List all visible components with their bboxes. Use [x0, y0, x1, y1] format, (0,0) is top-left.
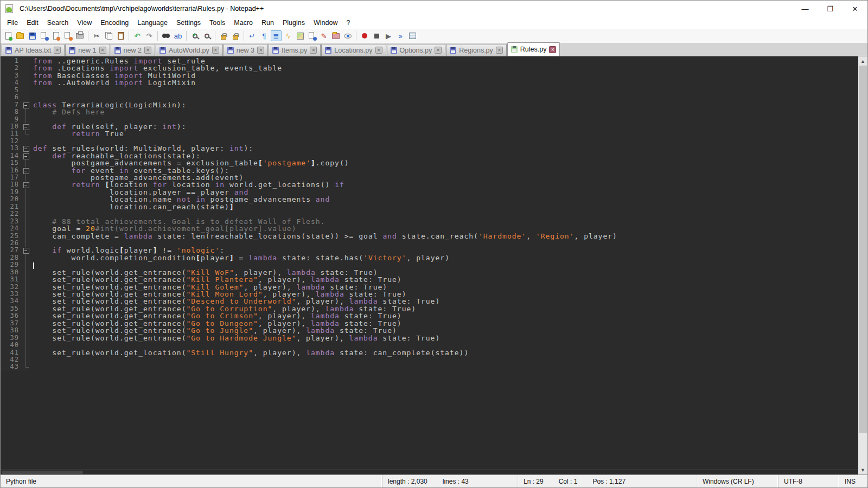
tab-autoworld-py[interactable]: AutoWorld.py×	[156, 44, 223, 56]
fold-toggle-icon[interactable]	[22, 167, 30, 174]
tab-close-icon[interactable]: ×	[435, 47, 442, 54]
menu-encoding[interactable]: Encoding	[96, 18, 133, 28]
print-icon[interactable]	[74, 30, 85, 41]
tab-options-py[interactable]: Options.py×	[387, 44, 446, 56]
minimize-button[interactable]: —	[793, 1, 818, 17]
menu-language[interactable]: Language	[133, 18, 172, 28]
fold-margin	[22, 79, 30, 86]
tab-ap-ideas-txt[interactable]: AP Ideas.txt×	[2, 44, 65, 56]
menu-run[interactable]: Run	[257, 18, 278, 28]
sync-horizontal-icon[interactable]	[230, 30, 241, 41]
macro-record-icon[interactable]	[359, 30, 370, 41]
tab-close-icon[interactable]: ×	[144, 47, 151, 54]
line-number: 33	[1, 291, 22, 298]
copy-icon[interactable]	[103, 30, 114, 41]
fold-margin	[22, 65, 30, 72]
open-file-icon[interactable]	[15, 30, 25, 41]
tab-new-2[interactable]: new 2×	[111, 44, 155, 56]
fold-toggle-icon[interactable]	[22, 181, 30, 188]
show-all-characters-icon[interactable]: ¶	[259, 30, 270, 41]
fold-toggle-icon[interactable]	[22, 152, 30, 159]
scroll-down-arrow-icon[interactable]: ▼	[858, 465, 867, 474]
tab-close-icon[interactable]: ×	[310, 47, 317, 54]
fold-toggle-icon[interactable]	[22, 247, 30, 254]
find-icon[interactable]	[161, 30, 171, 41]
edit-macro-icon[interactable]: ✎	[318, 30, 329, 41]
menu-macro[interactable]: Macro	[229, 18, 257, 28]
sync-vertical-icon[interactable]	[218, 30, 229, 41]
menu-view[interactable]: View	[73, 18, 96, 28]
tab-locations-py[interactable]: Locations.py×	[321, 44, 386, 56]
redo-icon[interactable]: ↷	[144, 30, 155, 41]
close-all-icon[interactable]	[62, 30, 73, 41]
status-eol-format[interactable]: Windows (CR LF)	[697, 475, 778, 487]
replace-icon[interactable]: ab	[173, 30, 183, 41]
file-monitoring-icon[interactable]	[342, 30, 353, 41]
new-file-icon[interactable]	[3, 30, 14, 41]
tab-new-1[interactable]: new 1×	[65, 44, 110, 56]
document-map-icon[interactable]	[295, 30, 305, 41]
macro-save-icon[interactable]	[407, 30, 418, 41]
cut-icon[interactable]: ✂	[91, 30, 102, 41]
menu-edit[interactable]: Edit	[22, 18, 43, 28]
tab-new-3[interactable]: new 3×	[224, 44, 268, 56]
tab-close-icon[interactable]: ×	[99, 47, 106, 54]
save-all-icon[interactable]	[39, 30, 49, 41]
menu-help[interactable]: ?	[342, 18, 354, 28]
fold-toggle-icon[interactable]	[22, 123, 30, 130]
undo-icon[interactable]: ↶	[132, 30, 143, 41]
tab-label: new 2	[124, 47, 142, 54]
document-list-icon[interactable]	[307, 30, 317, 41]
line-number: 16	[1, 167, 22, 174]
status-insert-mode[interactable]: INS	[839, 475, 867, 487]
tab-items-py[interactable]: Items.py×	[269, 44, 321, 56]
menu-tools[interactable]: Tools	[205, 18, 229, 28]
code-text: set_rule(world.get_entrance("Go to Corru…	[30, 305, 416, 312]
restore-button[interactable]: ❐	[818, 1, 843, 17]
status-caret-section: Ln : 29 Col : 1 Pos : 1,127	[518, 475, 697, 487]
save-icon[interactable]	[27, 30, 37, 41]
tab-close-icon[interactable]: ×	[257, 47, 264, 54]
zoom-out-icon[interactable]: −	[201, 30, 212, 41]
show-indent-guide-icon[interactable]: ≣	[271, 30, 282, 41]
menu-search[interactable]: Search	[43, 18, 73, 28]
macro-run-multiple-icon[interactable]: »	[395, 30, 406, 41]
word-wrap-icon[interactable]: ↵	[247, 30, 258, 41]
macro-play-icon[interactable]: ▶	[383, 30, 394, 41]
vertical-scrollbar[interactable]: ▲ ▼	[858, 56, 867, 474]
menu-window[interactable]: Window	[309, 18, 342, 28]
fold-toggle-icon[interactable]	[22, 101, 30, 108]
code-line: 36 set_rule(world.get_entrance("Go to Cr…	[1, 312, 858, 319]
zoom-in-icon[interactable]: +	[189, 30, 200, 41]
menu-plugins[interactable]: Plugins	[278, 18, 309, 28]
code-line: 3from BaseClasses import MultiWorld	[1, 72, 858, 79]
tab-close-icon[interactable]: ×	[375, 47, 382, 54]
horizontal-scrollbar[interactable]	[1, 469, 858, 474]
fold-toggle-icon[interactable]	[22, 145, 30, 152]
close-file-icon[interactable]	[50, 30, 61, 41]
close-button[interactable]: ✕	[843, 1, 867, 17]
macro-stop-icon[interactable]	[371, 30, 382, 41]
line-number: 37	[1, 320, 22, 327]
folder-as-workspace-icon[interactable]	[330, 30, 341, 41]
paste-icon[interactable]	[115, 30, 126, 41]
tab-close-icon[interactable]: ×	[549, 46, 556, 53]
scroll-up-arrow-icon[interactable]: ▲	[858, 56, 867, 66]
code-area[interactable]: 1from ..generic.Rules import set_rule2fr…	[1, 56, 858, 469]
status-encoding[interactable]: UTF-8	[778, 475, 839, 487]
code-line: 31 set_rule(world.get_entrance("Kill Pla…	[1, 276, 858, 283]
tab-close-icon[interactable]: ×	[54, 47, 61, 54]
fold-margin	[22, 159, 30, 166]
code-text: location.name not in postgame_advancemen…	[30, 196, 330, 203]
code-line: 11 return True	[1, 130, 858, 137]
tab-rules-py[interactable]: Rules.py×	[507, 42, 560, 56]
tab-close-icon[interactable]: ×	[212, 47, 219, 54]
horizontal-scrollbar-thumb[interactable]	[2, 471, 83, 474]
function-list-icon[interactable]: ϟ	[283, 30, 293, 41]
tab-close-icon[interactable]: ×	[496, 47, 503, 54]
menu-file[interactable]: File	[3, 18, 22, 28]
menu-settings[interactable]: Settings	[172, 18, 205, 28]
vertical-scrollbar-thumb[interactable]	[859, 66, 867, 433]
saved-file-icon	[391, 47, 397, 54]
tab-regions-py[interactable]: Regions.py×	[446, 44, 507, 56]
